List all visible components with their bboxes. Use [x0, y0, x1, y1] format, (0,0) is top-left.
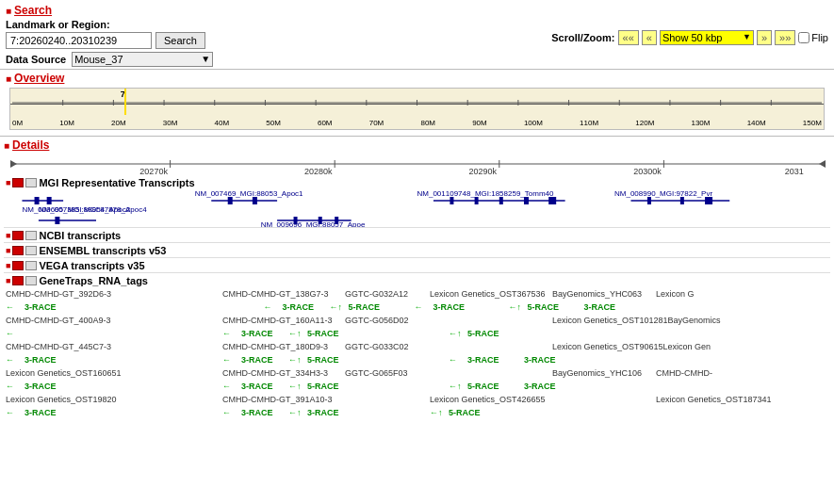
svg-text:NM_009696_MGI:88057_Apoe: NM_009696_MGI:88057_Apoe [261, 220, 366, 227]
gt-arr-1c: ←↑ [330, 301, 349, 314]
details-title[interactable]: ■ Details [4, 138, 49, 152]
ensembl-transcripts-header[interactable]: ■ ENSEMBL transcripts v53 [4, 244, 830, 257]
svg-rect-60 [705, 197, 712, 204]
gt-g032a12: GGTC-G032A12 [345, 287, 430, 301]
tick-130m: 130M [691, 119, 710, 127]
scroll-zoom-label: Scroll/Zoom: [551, 32, 614, 43]
ensembl-icon2 [25, 246, 37, 255]
gt-row-5-race: ← 3-RACE ← 3-RACE ←↑ 3-RACE ←↑ 5-RACE [6, 406, 828, 419]
gt-race-5a: 3-RACE [25, 406, 72, 419]
vega-transcripts-header[interactable]: ■ VEGA transcripts v35 [4, 259, 830, 272]
datasource-label: Data Source [6, 54, 66, 65]
svg-marker-17 [10, 160, 17, 168]
svg-text:2031: 2031 [785, 167, 804, 174]
mgi-transcripts-header[interactable]: ■ MGI Representative Transcripts [4, 176, 830, 189]
gt-row-1-race: ← 3-RACE ← 3-RACE ←↑ 5-RACE ← 3-RACE ←↑ … [6, 301, 828, 314]
gt-race-1f: 3-RACE [584, 301, 616, 314]
gt-lexicon-g: Lexicon G [656, 287, 695, 301]
gt-arr-5b: ← [222, 406, 241, 419]
tick-60m: 60M [318, 119, 333, 127]
gt-race-5b: 3-RACE [241, 406, 288, 419]
gt-arr-2b: ← [222, 327, 241, 340]
gt-arr-4a: ← [6, 380, 25, 393]
overview-map[interactable]: 7 0M 10M 20M 30M 40M 50M 60M 70M 80M 90M… [9, 88, 825, 130]
vega-icon1 [12, 261, 24, 270]
gt-race-5d: 5-RACE [449, 406, 481, 419]
svg-rect-30 [35, 197, 40, 204]
gt-arr-4c: ←↑ [288, 380, 307, 393]
svg-rect-31 [47, 197, 52, 204]
gt-race-4b: 3-RACE [241, 380, 288, 393]
ncbi-transcripts-header[interactable]: ■ NCBI transcripts [4, 229, 830, 242]
overview-section: ■ Overview 7 0M 10M 20M 30M 40M 50M 60M … [0, 70, 834, 137]
mgi-transcripts-label: MGI Representative Transcripts [39, 177, 194, 188]
gt-row-1-names: CMHD-CMHD-GT_392D6-3 CMHD-CMHD-GT_138G7-… [6, 287, 828, 301]
nav-far-right-button[interactable]: »» [775, 30, 795, 45]
gt-race-3b: 3-RACE [241, 353, 288, 366]
tick-140m: 140M [747, 119, 766, 127]
gt-445c7: CMHD-CMHD-GT_445C7-3 [6, 340, 128, 353]
gt-race-2c: 5-RACE [307, 327, 449, 340]
ensembl-transcripts-label: ENSEMBL transcripts v53 [39, 245, 166, 256]
tick-90m: 90M [472, 119, 487, 127]
gt-g033c02: GGTC-G033C02 [345, 340, 430, 353]
svg-text:NM_007469_MGI:88053_Apoc1: NM_007469_MGI:88053_Apoc1 [195, 189, 303, 198]
mgi-transcripts-track: ■ MGI Representative Transcripts NM_0096… [4, 176, 830, 228]
details-ruler-svg: 20270k 20280k 20290k 20300k 2031 [6, 154, 828, 174]
overview-band-track [12, 100, 822, 106]
nav-left-button[interactable]: « [642, 30, 657, 45]
gt-ost367536: Lexicon Genetics_OST367536 [430, 287, 552, 301]
gt-arr-5c: ←↑ [288, 406, 307, 419]
gt-race-1c: 5-RACE [349, 301, 415, 314]
genetraps-icon2 [25, 276, 37, 285]
overview-expand-icon: ■ [6, 73, 11, 84]
gt-ost90615: Lexicon Genetics_OST90615 [552, 340, 663, 353]
nav-far-left-button[interactable]: «« [618, 30, 639, 45]
main-container: ■ Search Landmark or Region: Search Data… [0, 0, 834, 421]
svg-rect-53 [524, 197, 529, 204]
search-button[interactable]: Search [155, 32, 205, 49]
svg-text:NM_008990_MGI:97822_Pvr: NM_008990_MGI:97822_Pvr [614, 189, 712, 198]
genetraps-header[interactable]: ■ GeneTraps_RNA_tags [4, 274, 830, 287]
gt-row-2-names: CMHD-CMHD-GT_400A9-3 CMHD-CMHD-GT_160A11… [6, 314, 828, 327]
svg-rect-39 [228, 197, 233, 204]
gt-race-4e: 3-RACE [524, 380, 556, 393]
gt-race-1a: 3-RACE [25, 301, 57, 314]
gt-cmhd-392d6: CMHD-CMHD-GT_392D6-3 [6, 287, 128, 301]
gt-arr-3b: ← [222, 353, 241, 366]
vega-icon2 [25, 261, 37, 270]
landmark-label: Landmark or Region: [6, 19, 260, 30]
ensembl-icon1 [12, 246, 24, 255]
ncbi-icon2 [25, 231, 37, 240]
gt-row-2-race: ← ← 3-RACE ←↑ 5-RACE ←↑ 5-RACE [6, 327, 828, 340]
ensembl-expand-icon: ■ [6, 246, 10, 255]
gt-160a11: CMHD-CMHD-GT_160A11-3 [222, 314, 345, 327]
gt-race-4c: 5-RACE [307, 380, 449, 393]
gt-race-4a: 3-RACE [25, 380, 72, 393]
gt-baygenomics2: BayGenomics [668, 314, 721, 327]
ncbi-expand-icon: ■ [6, 231, 10, 240]
ensembl-transcripts-track: ■ ENSEMBL transcripts v53 [4, 244, 830, 258]
gt-arr-3a: ← [6, 353, 25, 366]
mgi-expand-icon: ■ [6, 178, 10, 187]
gt-391a10: CMHD-CMHD-GT_391A10-3 [222, 393, 345, 406]
gt-arr-2c: ←↑ [288, 327, 307, 340]
flip-label[interactable]: Flip [798, 32, 828, 43]
search-title[interactable]: ■ Search [6, 4, 52, 17]
nav-right-button[interactable]: » [757, 30, 772, 45]
mgi-transcripts-viz: NM_009695_MGI:88054_Apoc2 NM_007385_MGI:… [6, 189, 828, 227]
gt-row-4-race: ← 3-RACE ← 3-RACE ←↑ 5-RACE ←↑ 5-RACE 3-… [6, 380, 828, 393]
landmark-input[interactable] [6, 32, 152, 49]
tick-100m: 100M [524, 119, 543, 127]
svg-rect-54 [548, 197, 556, 204]
tick-40m: 40M [215, 119, 230, 127]
overview-title[interactable]: ■ Overview [6, 72, 64, 85]
datasource-select[interactable]: Mouse_37Human_36Rat_34 [72, 52, 213, 67]
gt-arr-3c: ←↑ [288, 353, 307, 366]
flip-checkbox[interactable] [798, 32, 809, 43]
show-select[interactable]: Show 50 kbpShow 100 kbpShow 200 kbp [660, 30, 754, 45]
gt-yhc106: BayGenomics_YHC106 [552, 366, 656, 380]
svg-text:20280k: 20280k [304, 167, 333, 174]
gt-race-2d: 5-RACE [467, 327, 499, 340]
gt-cmhd-end4: CMHD-CMHD- [656, 366, 712, 380]
